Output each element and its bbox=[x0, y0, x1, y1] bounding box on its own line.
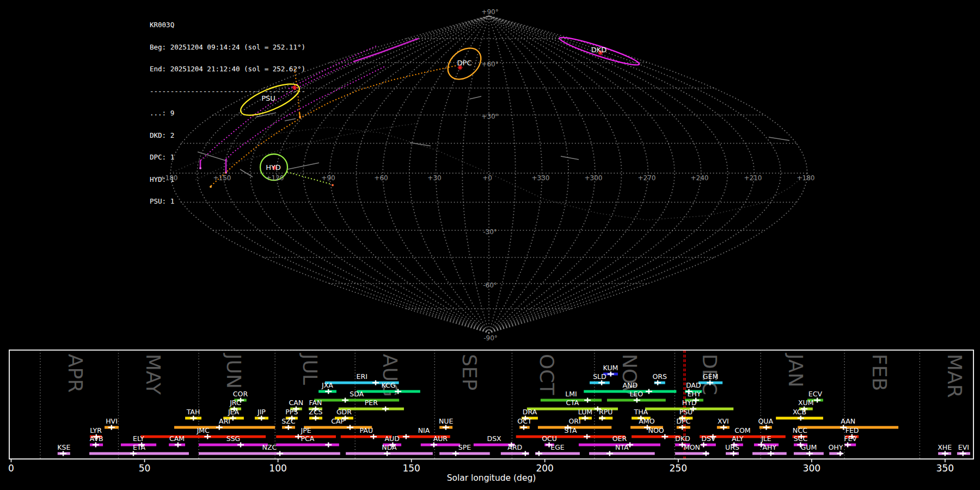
shower-code-label: JMC bbox=[197, 426, 210, 434]
shower-code-label: ORI bbox=[568, 417, 580, 425]
shower-peak-marker bbox=[844, 443, 851, 448]
shower-code-label: PPS bbox=[285, 408, 298, 416]
shower-code-label: PSU bbox=[679, 408, 693, 416]
shower-code-label: AUR bbox=[433, 434, 448, 443]
shower-code-label: LMI bbox=[565, 390, 577, 398]
shower-code-label: GUM bbox=[801, 443, 817, 451]
shower-code-label: PAU bbox=[360, 426, 373, 434]
shower-peak-marker bbox=[634, 398, 640, 403]
shower-code-label: COM bbox=[734, 426, 750, 434]
shower-peak-marker bbox=[763, 425, 769, 430]
shower-peak-marker bbox=[216, 425, 223, 430]
shower-code-label: PER bbox=[365, 399, 378, 407]
shower-bar bbox=[357, 390, 420, 393]
shower-code-label: CTA bbox=[566, 399, 579, 407]
x-axis-tick-label: 350 bbox=[936, 463, 954, 474]
shower-peak-marker bbox=[720, 425, 727, 430]
shower-peak-marker bbox=[584, 434, 590, 439]
shower-peak-marker bbox=[313, 416, 319, 421]
shower-peak-marker bbox=[230, 416, 236, 421]
month-label: FEB bbox=[868, 354, 891, 391]
shower-peak-marker bbox=[130, 451, 137, 456]
shower-code-label: ELY bbox=[133, 434, 144, 443]
shower-peak-marker bbox=[768, 451, 774, 456]
shower-code-label: NIA bbox=[418, 426, 430, 434]
shower-code-label: NZC bbox=[262, 443, 277, 451]
shower-code-label: STA bbox=[564, 426, 577, 434]
shower-peak-marker bbox=[661, 434, 668, 439]
shower-peak-marker bbox=[814, 398, 820, 403]
shower-bar bbox=[589, 452, 655, 455]
shower-peak-marker bbox=[608, 372, 614, 377]
shower-peak-marker bbox=[798, 416, 804, 421]
shower-peak-marker bbox=[806, 451, 813, 456]
x-axis-tick-label: 300 bbox=[803, 463, 820, 474]
month-label: OCT bbox=[536, 354, 558, 395]
shower-peak-marker bbox=[370, 434, 377, 439]
shower-peak-marker bbox=[837, 451, 843, 456]
shower-code-label: URS bbox=[725, 443, 739, 451]
shower-code-label: NUE bbox=[439, 417, 453, 425]
shower-bar bbox=[439, 452, 490, 455]
shower-bar bbox=[632, 436, 681, 438]
shower-bar bbox=[174, 426, 275, 429]
shower-bar bbox=[89, 452, 189, 455]
shower-peak-marker bbox=[342, 398, 348, 403]
shower-code-label: ARD bbox=[507, 443, 522, 451]
shower-bar bbox=[199, 452, 340, 455]
shower-code-label: JEA bbox=[228, 408, 240, 416]
shower-code-label: KUM bbox=[603, 364, 618, 372]
shower-code-label: QUA bbox=[758, 417, 773, 425]
shower-peak-marker bbox=[347, 425, 353, 430]
shower-code-label: THA bbox=[634, 408, 648, 416]
shower-code-label: SCC bbox=[794, 434, 808, 443]
shower-code-label: NCC bbox=[793, 426, 807, 434]
shower-bar bbox=[199, 444, 268, 446]
x-axis-tick-label: 50 bbox=[139, 463, 151, 474]
shower-bar bbox=[516, 436, 625, 438]
shower-peak-marker bbox=[93, 443, 99, 448]
shower-code-label: LUM bbox=[578, 408, 592, 416]
shower-peak-marker bbox=[452, 451, 459, 456]
shower-peak-marker bbox=[372, 381, 379, 385]
month-label: APR bbox=[64, 354, 87, 393]
shower-peak-marker bbox=[285, 425, 292, 430]
shower-code-label: XUM bbox=[798, 399, 814, 407]
shower-code-label: OCU bbox=[542, 434, 557, 443]
activity-timeline-chart: APRMAYJUNJULAUGSEPOCTNOVDECJANFEBMARKUME… bbox=[0, 0, 980, 490]
shower-peak-marker bbox=[582, 416, 589, 421]
shower-code-label: ALY bbox=[732, 434, 744, 443]
x-axis-tick-label: 100 bbox=[269, 463, 286, 474]
shower-code-label: OCT bbox=[517, 417, 532, 425]
shower-code-label: TAH bbox=[186, 408, 200, 416]
shower-peak-marker bbox=[730, 451, 737, 456]
shower-code-label: CAP bbox=[331, 417, 345, 425]
shower-code-label: FED bbox=[846, 426, 859, 434]
shower-code-label: HVI bbox=[106, 417, 118, 425]
shower-code-label: NDA bbox=[382, 443, 397, 451]
shower-peak-marker bbox=[237, 443, 244, 448]
shower-code-label: DPC bbox=[676, 417, 690, 425]
shower-code-label: AVB bbox=[90, 434, 103, 443]
shower-code-label: JRC bbox=[229, 399, 241, 407]
shower-peak-marker bbox=[607, 451, 613, 456]
x-axis-tick-label: 200 bbox=[536, 463, 553, 474]
shower-code-label: OER bbox=[612, 434, 627, 443]
shower-code-label: DKD bbox=[675, 434, 690, 443]
shower-bar bbox=[140, 436, 266, 438]
shower-code-label: CAM bbox=[169, 434, 185, 443]
shower-peak-marker bbox=[258, 416, 265, 421]
month-label: MAY bbox=[142, 354, 164, 395]
shower-code-label: EVI bbox=[958, 443, 969, 451]
shower-peak-marker bbox=[646, 389, 652, 394]
shower-code-label: SLD bbox=[593, 372, 607, 381]
shower-peak-marker bbox=[277, 451, 283, 456]
shower-code-label: KSE bbox=[57, 443, 70, 451]
month-label: MAR bbox=[944, 354, 966, 398]
shower-code-label: EHY bbox=[687, 390, 701, 398]
shower-code-label: HYD bbox=[682, 399, 697, 407]
shower-code-label: GEM bbox=[703, 372, 718, 381]
shower-code-label: ARI bbox=[219, 417, 230, 425]
shower-code-label: PCA bbox=[301, 434, 315, 443]
shower-peak-marker bbox=[443, 425, 449, 430]
